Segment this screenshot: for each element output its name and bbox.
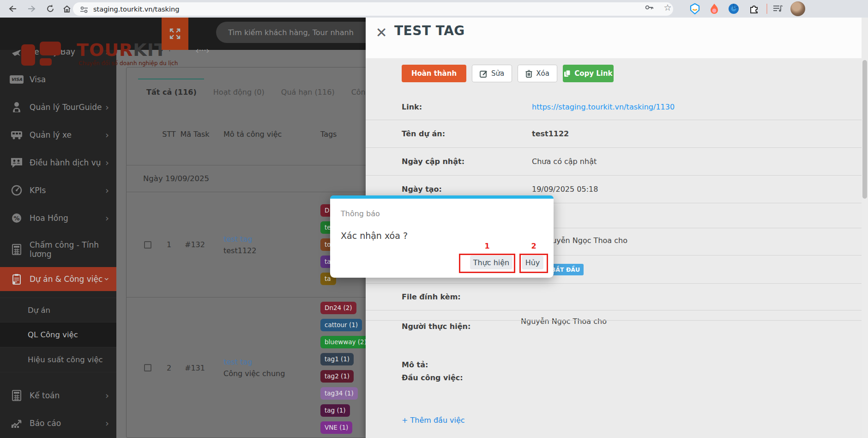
task-subtitle: Công việc chung bbox=[223, 369, 320, 378]
sidebar-subitem-label: QL Công việc bbox=[28, 330, 78, 339]
sidebar-subitem-hieu-suat[interactable]: Hiệu suất công việc bbox=[0, 347, 116, 372]
sidebar-subitem-label: Dự án bbox=[28, 306, 50, 315]
annotation-number-2: 2 bbox=[519, 242, 548, 250]
sidebar-item-label: Quản lý xe bbox=[30, 130, 105, 140]
tab-qua-han[interactable]: Quá hạn (116) bbox=[281, 88, 335, 103]
sidebar-subitem-du-an[interactable]: Dự án bbox=[0, 298, 116, 322]
sidebar-item-visa[interactable]: VISA Visa bbox=[0, 66, 116, 93]
tourkit-logo-icon[interactable] bbox=[21, 42, 67, 66]
profile-avatar[interactable] bbox=[790, 1, 805, 16]
tab-hoat-dong[interactable]: Hoạt động (0) bbox=[213, 88, 265, 103]
sidebar-subitem-label: Hiệu suất công việc bbox=[28, 355, 103, 364]
back-icon[interactable] bbox=[6, 3, 18, 14]
close-icon[interactable]: ✕ bbox=[374, 26, 389, 41]
tag-chip[interactable]: tag1 (1) bbox=[320, 353, 354, 365]
sidebar-item-cham-cong[interactable]: Chấm công - Tính lương bbox=[0, 232, 116, 267]
sidebar-item-label: Kế toán bbox=[30, 391, 105, 400]
toolbar-separator bbox=[766, 4, 767, 14]
confirm-dialog: Thông báo Xác nhận xóa ? Thực hiện Hủy 1… bbox=[330, 195, 554, 278]
address-bar[interactable]: staging.tourkit.vn/tasking bbox=[73, 2, 673, 16]
tag-chip[interactable]: bluewway (2) bbox=[320, 336, 371, 348]
panel-scrollbar[interactable] bbox=[862, 18, 868, 438]
delete-button[interactable]: Xóa bbox=[518, 65, 557, 82]
sidebar-item-dieu-hanh-dich-vu[interactable]: Điều hành dịch vụ bbox=[0, 149, 116, 176]
edit-button[interactable]: Sửa bbox=[472, 65, 512, 82]
tag-chip[interactable]: VNE (1) bbox=[320, 421, 352, 434]
extension-flame-icon[interactable] bbox=[708, 3, 720, 15]
forward-icon[interactable] bbox=[26, 3, 38, 14]
sidebar-item-ke-toan[interactable]: Kế toán bbox=[0, 382, 116, 409]
scrollbar-thumb[interactable] bbox=[862, 60, 867, 199]
sidebar-item-bao-cao[interactable]: Báo cáo bbox=[0, 409, 116, 437]
row-checkbox[interactable] bbox=[144, 364, 151, 371]
extension-shutter-icon[interactable] bbox=[728, 3, 740, 15]
assignee-value: Nguyễn Ngọc Thoa cho bbox=[521, 317, 607, 326]
project-clipboard-icon bbox=[10, 274, 23, 285]
sidebar-item-label: Chấm công - Tính lương bbox=[30, 240, 109, 259]
sidebar-item-label: Điều hành dịch vụ bbox=[30, 158, 105, 167]
bookmark-star-icon[interactable]: ☆ bbox=[662, 2, 673, 12]
trash-icon bbox=[525, 70, 532, 78]
url-text: staging.tourkit.vn/tasking bbox=[93, 6, 179, 13]
row-stt: 2 bbox=[158, 364, 180, 372]
sidebar-item-label: Dự án & Công việc bbox=[30, 274, 105, 284]
row-task-code: #132 bbox=[180, 240, 210, 249]
chevron-right-icon bbox=[105, 157, 109, 168]
dialog-title: Thông báo bbox=[341, 209, 380, 218]
description-block: Mô tả: Đầu công việc: bbox=[402, 360, 826, 386]
extensions-puzzle-icon[interactable] bbox=[748, 3, 760, 15]
sidebar-item-du-an-cong-viec[interactable]: Dự án & Công việc bbox=[0, 267, 116, 291]
tab-tat-ca[interactable]: Tất cả (116) bbox=[146, 88, 197, 103]
sidebar: Vé Máy Bay VISA Visa Quản lý TourGuide Q… bbox=[0, 18, 116, 438]
tag-chip[interactable]: Dn24 (2) bbox=[320, 302, 356, 314]
task-url-link[interactable]: https://staging.tourkit.vn/tasking/1130 bbox=[532, 103, 675, 111]
browser-toolbar: staging.tourkit.vn/tasking ☆ bbox=[0, 0, 868, 18]
field-label: Link: bbox=[402, 103, 532, 111]
extension-shield-icon[interactable] bbox=[689, 3, 701, 15]
sidebar-item-label: KPIs bbox=[30, 186, 105, 195]
field-row-assignee: Người thực hiện: Nguyễn Ngọc Thoa cho bbox=[366, 310, 862, 342]
chevron-right-icon bbox=[105, 213, 109, 224]
site-settings-icon[interactable] bbox=[78, 5, 90, 15]
field-value: test1122 bbox=[532, 129, 569, 138]
add-subtask-link[interactable]: + Thêm đầu việc bbox=[402, 416, 465, 425]
task-title-link[interactable]: test tag bbox=[223, 235, 320, 243]
copy-icon bbox=[564, 70, 571, 77]
reading-list-icon[interactable] bbox=[772, 3, 784, 15]
divider bbox=[366, 320, 862, 321]
field-row-attachments: File đính kèm: bbox=[366, 284, 862, 310]
detail-panel-header: ✕ TEST TAG bbox=[366, 18, 862, 58]
sidebar-item-quan-ly-xe[interactable]: Quản lý xe bbox=[0, 121, 116, 149]
logo-tour-text: TOUR bbox=[77, 40, 133, 60]
visa-card-icon: VISA bbox=[10, 74, 23, 85]
row-task-code: #131 bbox=[180, 364, 210, 372]
sidebar-item-label: Quản lý TourGuide bbox=[30, 103, 105, 112]
copy-link-button-label: Copy Link bbox=[574, 69, 612, 78]
bus-icon bbox=[10, 129, 23, 140]
description-label: Mô tả: bbox=[402, 360, 826, 369]
task-subtitle: test1122 bbox=[223, 246, 320, 255]
chevron-down-icon bbox=[102, 277, 113, 281]
field-label: Ngày tạo: bbox=[402, 185, 532, 194]
service-operations-icon bbox=[10, 157, 23, 168]
tag-chip[interactable]: tag34 (1) bbox=[320, 387, 358, 400]
sidebar-item-quan-ly-tourguide[interactable]: Quản lý TourGuide bbox=[0, 93, 116, 121]
sidebar-item-kpis[interactable]: KPIs bbox=[0, 176, 116, 204]
sidebar-item-hoa-hong[interactable]: % Hoa Hồng bbox=[0, 204, 116, 232]
fullscreen-button[interactable] bbox=[162, 18, 188, 50]
home-icon[interactable] bbox=[61, 3, 73, 14]
tag-chip[interactable]: tag2 (1) bbox=[320, 370, 354, 383]
collapse-sidebar-icon[interactable]: ‹···› bbox=[191, 43, 213, 57]
tourkit-logo-text[interactable]: TOURKIT bbox=[77, 40, 167, 60]
field-label: Người thực hiện: bbox=[402, 322, 532, 331]
password-key-icon[interactable] bbox=[644, 2, 655, 12]
copy-link-button[interactable]: Copy Link bbox=[563, 65, 614, 82]
reload-icon[interactable] bbox=[44, 3, 56, 14]
global-search-input[interactable] bbox=[216, 22, 379, 43]
task-title-link[interactable]: test tag bbox=[223, 358, 320, 366]
row-checkbox[interactable] bbox=[144, 241, 151, 249]
complete-button[interactable]: Hoàn thành bbox=[402, 65, 466, 82]
tag-chip[interactable]: cattour (1) bbox=[320, 319, 362, 331]
sidebar-subitem-ql-cong-viec[interactable]: QL Công việc bbox=[0, 322, 116, 347]
tag-chip[interactable]: tag (1) bbox=[320, 404, 350, 417]
